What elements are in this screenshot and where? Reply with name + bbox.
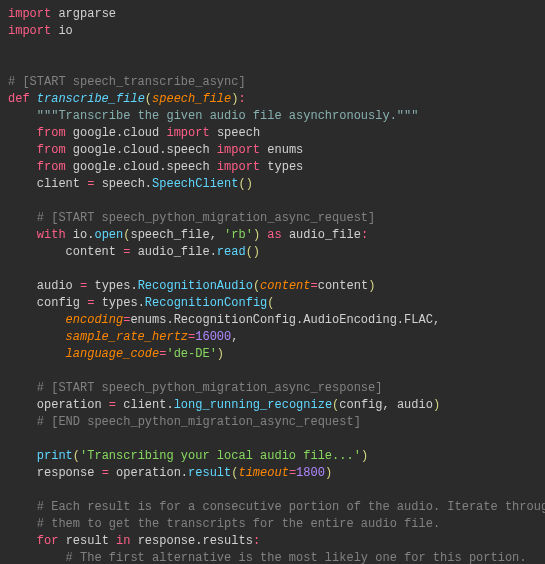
comment: # them to get the transcripts for the en… — [37, 517, 440, 531]
line: operation = client.long_running_recogniz… — [37, 398, 440, 412]
call: result — [188, 466, 231, 480]
line: import io — [8, 24, 73, 38]
ident: content — [66, 245, 116, 259]
module: argparse — [58, 7, 116, 21]
paren: () — [238, 177, 252, 191]
keyword: from — [37, 143, 66, 157]
line: config = types.RecognitionConfig( — [37, 296, 275, 310]
kwarg: encoding — [66, 313, 124, 327]
paren: ) — [361, 449, 368, 463]
line: import argparse — [8, 7, 116, 21]
keyword: import — [217, 160, 260, 174]
kwarg: sample_rate_hertz — [66, 330, 188, 344]
call: long_running_recognize — [174, 398, 332, 412]
ident: audio — [37, 279, 73, 293]
ident: enums — [267, 143, 303, 157]
number: 16000 — [195, 330, 231, 344]
ident: operation — [116, 466, 181, 480]
comment: # [END speech_python_migration_async_req… — [37, 415, 361, 429]
call: RecognitionConfig — [145, 296, 267, 310]
line: with io.open(speech_file, 'rb') as audio… — [37, 228, 368, 242]
paren: ) — [217, 347, 224, 361]
keyword: for — [37, 534, 59, 548]
ident: client — [37, 177, 80, 191]
paren: ( — [145, 92, 152, 106]
docstring: """Transcribe the given audio file async… — [37, 109, 419, 123]
line: for result in response.results: — [37, 534, 260, 548]
kwarg: language_code — [66, 347, 160, 361]
paren: () — [246, 245, 260, 259]
paren: ) — [368, 279, 375, 293]
line: encoding=enums.RecognitionConfig.AudioEn… — [66, 313, 440, 327]
number: 1800 — [296, 466, 325, 480]
line: from google.cloud import speech — [37, 126, 260, 140]
qualified: enums.RecognitionConfig.AudioEncoding.FL… — [130, 313, 432, 327]
paren: ) — [325, 466, 332, 480]
paren: ) — [433, 398, 440, 412]
keyword: in — [116, 534, 130, 548]
line: sample_rate_hertz=16000, — [66, 330, 239, 344]
line: from google.cloud.speech import types — [37, 160, 303, 174]
ident: speech_file — [130, 228, 209, 242]
ident: result — [66, 534, 109, 548]
ident: config — [339, 398, 382, 412]
param: speech_file — [152, 92, 231, 106]
keyword: def — [8, 92, 30, 106]
ident: types — [102, 296, 138, 310]
call: open — [94, 228, 123, 242]
line: print('Transcribing your local audio fil… — [37, 449, 368, 463]
code-editor: import argparse import io # [START speec… — [0, 0, 545, 564]
call: read — [217, 245, 246, 259]
comment: # [START speech_python_migration_async_r… — [37, 381, 383, 395]
paren: ( — [267, 296, 274, 310]
qualified: google.cloud.speech — [73, 160, 210, 174]
line: def transcribe_file(speech_file): — [8, 92, 246, 106]
ident: config — [37, 296, 80, 310]
paren: ) — [253, 228, 260, 242]
line: client = speech.SpeechClient() — [37, 177, 253, 191]
kwarg: content — [260, 279, 310, 293]
keyword: import — [166, 126, 209, 140]
keyword: import — [8, 24, 51, 38]
module: io — [58, 24, 72, 38]
line: from google.cloud.speech import enums — [37, 143, 303, 157]
call: print — [37, 449, 73, 463]
paren: ( — [253, 279, 260, 293]
op-assign: = — [87, 177, 94, 191]
ident: response — [37, 466, 95, 480]
paren: ( — [73, 449, 80, 463]
comment: # [START speech_python_migration_async_r… — [37, 211, 375, 225]
keyword: from — [37, 160, 66, 174]
keyword: with — [37, 228, 66, 242]
ident: operation — [37, 398, 102, 412]
keyword: from — [37, 126, 66, 140]
ident: io — [73, 228, 87, 242]
line: response = operation.result(timeout=1800… — [37, 466, 332, 480]
string: 'Transcribing your local audio file...' — [80, 449, 361, 463]
line: content = audio_file.read() — [66, 245, 260, 259]
qualified: google.cloud — [73, 126, 159, 140]
ident: audio_file — [138, 245, 210, 259]
ident: audio_file — [289, 228, 361, 242]
keyword: as — [267, 228, 281, 242]
colon: : — [238, 92, 245, 106]
comment: # [START speech_transcribe_async] — [8, 75, 246, 89]
line: audio = types.RecognitionAudio(content=c… — [37, 279, 376, 293]
line: language_code='de-DE') — [66, 347, 224, 361]
qualified: response.results — [138, 534, 253, 548]
ident: speech — [217, 126, 260, 140]
keyword: import — [8, 7, 51, 21]
keyword: import — [217, 143, 260, 157]
comment: # The first alternative is the most like… — [66, 551, 527, 564]
ident: types — [94, 279, 130, 293]
comment: # Each result is for a consecutive porti… — [37, 500, 545, 514]
string: 'rb' — [224, 228, 253, 242]
func-name: transcribe_file — [37, 92, 145, 106]
call: SpeechClient — [152, 177, 238, 191]
ident: audio — [397, 398, 433, 412]
qualified: google.cloud.speech — [73, 143, 210, 157]
ident: types — [267, 160, 303, 174]
ident: speech — [102, 177, 145, 191]
call: RecognitionAudio — [138, 279, 253, 293]
kwarg: timeout — [238, 466, 288, 480]
